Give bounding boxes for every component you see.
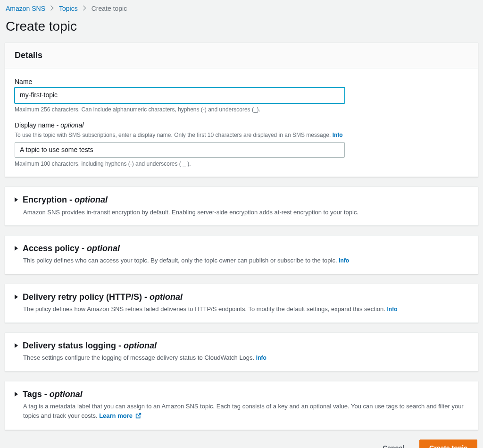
tags-desc-text: A tag is a metadata label that you can a… xyxy=(23,403,464,419)
access-policy-panel[interactable]: Access policy - optional This policy def… xyxy=(5,235,478,274)
retry-policy-title: Delivery retry policy (HTTP/S) - optiona… xyxy=(23,292,468,303)
display-name-label: Display name - optional xyxy=(15,121,468,129)
caret-right-icon xyxy=(15,197,18,202)
access-policy-desc: This policy defines who can access your … xyxy=(23,256,468,265)
status-logging-title-main: Delivery status logging - xyxy=(23,341,124,350)
cancel-button[interactable]: Cancel xyxy=(373,440,414,448)
breadcrumb-topics-link[interactable]: Topics xyxy=(59,5,78,12)
retry-policy-info-link[interactable]: Info xyxy=(387,306,398,313)
details-heading: Details xyxy=(15,51,468,60)
display-name-sub: To use this topic with SMS subscriptions… xyxy=(15,131,468,139)
retry-policy-panel[interactable]: Delivery retry policy (HTTP/S) - optiona… xyxy=(5,284,478,323)
breadcrumb: Amazon SNS Topics Create topic xyxy=(6,5,478,12)
tags-learn-more-link[interactable]: Learn more xyxy=(99,412,141,419)
display-name-field: Display name - optional To use this topi… xyxy=(15,121,468,168)
status-logging-title-optional: optional xyxy=(124,341,157,350)
chevron-right-icon xyxy=(83,5,87,12)
name-input[interactable] xyxy=(15,87,345,103)
status-logging-title: Delivery status logging - optional xyxy=(23,340,468,351)
page-title: Create topic xyxy=(6,19,478,34)
display-name-info-link[interactable]: Info xyxy=(333,132,343,138)
caret-right-icon xyxy=(15,392,18,397)
details-panel-header: Details xyxy=(5,43,478,68)
retry-policy-desc-text: The policy defines how Amazon SNS retrie… xyxy=(23,305,387,313)
details-panel: Details Name Maximum 256 characters. Can… xyxy=(5,42,478,177)
retry-policy-title-optional: optional xyxy=(150,292,183,302)
retry-policy-desc: The policy defines how Amazon SNS retrie… xyxy=(23,304,468,314)
encryption-title: Encryption - optional xyxy=(23,194,468,205)
encryption-title-main: Encryption - xyxy=(23,195,75,204)
retry-policy-title-main: Delivery retry policy (HTTP/S) - xyxy=(23,292,150,302)
encryption-title-optional: optional xyxy=(75,195,108,204)
display-name-label-optional: optional xyxy=(60,121,83,129)
display-name-label-main: Display name - xyxy=(15,121,60,129)
tags-panel[interactable]: Tags - optional A tag is a metadata labe… xyxy=(5,381,478,430)
display-name-help-text: Maximum 100 characters, including hyphen… xyxy=(15,161,468,167)
create-topic-button[interactable]: Create topic xyxy=(419,440,477,448)
external-link-icon xyxy=(135,412,142,422)
access-policy-title: Access policy - optional xyxy=(23,243,468,254)
access-policy-info-link[interactable]: Info xyxy=(339,257,349,264)
tags-desc: A tag is a metadata label that you can a… xyxy=(23,402,468,421)
encryption-panel[interactable]: Encryption - optional Amazon SNS provide… xyxy=(5,186,478,226)
name-field: Name Maximum 256 characters. Can include… xyxy=(15,78,468,113)
caret-right-icon xyxy=(15,295,18,299)
tags-title-optional: optional xyxy=(50,389,83,399)
caret-right-icon xyxy=(15,343,18,348)
tags-title: Tags - optional xyxy=(23,389,468,400)
status-logging-desc: These settings configure the logging of … xyxy=(23,353,468,363)
breadcrumb-root-link[interactable]: Amazon SNS xyxy=(6,5,45,12)
name-label: Name xyxy=(15,78,468,85)
status-logging-panel[interactable]: Delivery status logging - optional These… xyxy=(5,332,478,372)
status-logging-info-link[interactable]: Info xyxy=(256,355,266,361)
display-name-sub-text: To use this topic with SMS subscriptions… xyxy=(15,132,333,138)
breadcrumb-current: Create topic xyxy=(92,5,127,12)
chevron-right-icon xyxy=(50,5,54,12)
tags-title-main: Tags - xyxy=(23,389,50,399)
access-policy-title-optional: optional xyxy=(87,244,120,253)
display-name-input[interactable] xyxy=(15,142,345,158)
encryption-desc: Amazon SNS provides in-transit encryptio… xyxy=(23,208,468,217)
access-policy-desc-text: This policy defines who can access your … xyxy=(23,257,339,264)
status-logging-desc-text: These settings configure the logging of … xyxy=(23,354,256,361)
tags-learn-more-text: Learn more xyxy=(99,412,133,419)
access-policy-title-main: Access policy - xyxy=(23,244,87,253)
name-help-text: Maximum 256 characters. Can include alph… xyxy=(15,106,468,113)
form-footer: Cancel Create topic xyxy=(5,440,478,448)
caret-right-icon xyxy=(15,246,18,251)
